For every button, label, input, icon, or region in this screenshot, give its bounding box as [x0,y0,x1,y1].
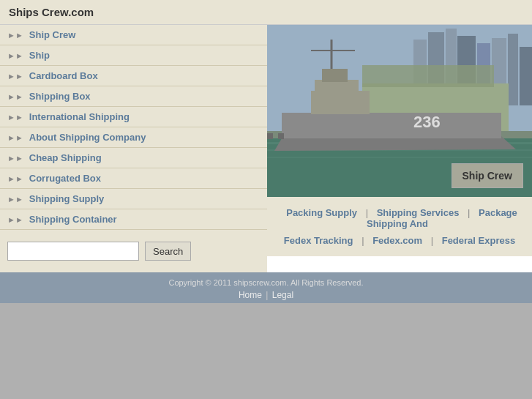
footer: Copyright © 2011 shipscrew.com. All Righ… [0,272,532,303]
svg-rect-7 [508,34,518,105]
nav-item-3[interactable]: ►►Shipping Box [0,86,267,107]
nav-bullet: ►► [7,31,23,40]
nav-list: ►►Ship Crew►►Ship►►Cardboard Box►►Shippi… [0,25,267,230]
nav-bullet: ►► [7,195,23,204]
nav-link[interactable]: Shipping Container [29,214,117,225]
links-area: Packing Supply | Shipping Services | Pac… [267,197,532,256]
nav-link[interactable]: Cheap Shipping [29,152,102,163]
svg-rect-17 [282,113,501,138]
footer-links: Home | Legal [0,290,532,300]
nav-item-4[interactable]: ►►International Shipping [0,107,267,127]
link-fedex-com[interactable]: Fedex.com [372,235,422,246]
nav-link[interactable]: Cardboard Box [29,70,98,81]
link-federal-express[interactable]: Federal Express [442,235,515,246]
svg-text:236: 236 [413,113,441,131]
link-packing-supply[interactable]: Packing Supply [286,207,357,218]
ship-image: 236 Ship Crew [267,25,532,197]
nav-bullet: ►► [7,215,23,224]
nav-link[interactable]: Corrugated Box [29,173,101,184]
svg-rect-10 [362,65,494,87]
nav-link[interactable]: International Shipping [29,111,130,122]
link-shipping-services[interactable]: Shipping Services [377,207,460,218]
footer-link-legal[interactable]: Legal [272,290,293,300]
links-row-2: Fedex Tracking | Fedex.com | Federal Exp… [267,232,532,249]
below-footer-area [0,303,532,399]
main-content: ►►Ship Crew►►Ship►►Cardboard Box►►Shippi… [0,25,532,272]
svg-rect-25 [278,133,284,139]
nav-bullet: ►► [7,154,23,163]
search-area: Search [0,230,267,272]
search-button[interactable]: Search [145,242,191,261]
footer-copyright: Copyright © 2011 shipscrew.com. All Righ… [0,278,532,287]
nav-bullet: ►► [7,113,23,122]
svg-rect-15 [267,157,532,158]
svg-rect-18 [311,91,370,114]
right-column: 236 Ship Crew Packing Supply | Shipping … [267,25,532,272]
svg-rect-8 [520,47,532,105]
site-title: Ships Crew.com [9,6,94,18]
nav-link[interactable]: Ship [29,50,50,61]
link-fedex-tracking[interactable]: Fedex Tracking [284,235,353,246]
nav-link[interactable]: Ship Crew [29,29,76,40]
nav-bullet: ►► [7,72,23,81]
header: Ships Crew.com [0,0,532,25]
svg-rect-20 [322,69,348,82]
nav-bullet: ►► [7,51,23,60]
left-column: ►►Ship Crew►►Ship►►Cardboard Box►►Shippi… [0,25,267,272]
nav-item-5[interactable]: ►►About Shipping Company [0,127,267,148]
nav-item-0[interactable]: ►►Ship Crew [0,25,267,45]
nav-link[interactable]: Shipping Supply [29,193,105,204]
nav-bullet: ►► [7,174,23,183]
ship-crew-button[interactable]: Ship Crew [452,163,523,188]
search-input[interactable] [7,242,139,261]
footer-link-home[interactable]: Home [239,290,262,300]
nav-item-7[interactable]: ►►Corrugated Box [0,168,267,189]
nav-item-1[interactable]: ►►Ship [0,45,267,66]
nav-item-6[interactable]: ►►Cheap Shipping [0,148,267,168]
nav-item-9[interactable]: ►►Shipping Container [0,209,267,230]
nav-bullet: ►► [7,133,23,142]
links-row-1: Packing Supply | Shipping Services | Pac… [267,204,532,232]
nav-link[interactable]: About Shipping Company [29,132,146,143]
nav-link[interactable]: Shipping Box [29,91,91,102]
nav-item-8[interactable]: ►►Shipping Supply [0,189,267,209]
nav-item-2[interactable]: ►►Cardboard Box [0,66,267,86]
nav-bullet: ►► [7,92,23,101]
svg-rect-24 [267,133,273,139]
